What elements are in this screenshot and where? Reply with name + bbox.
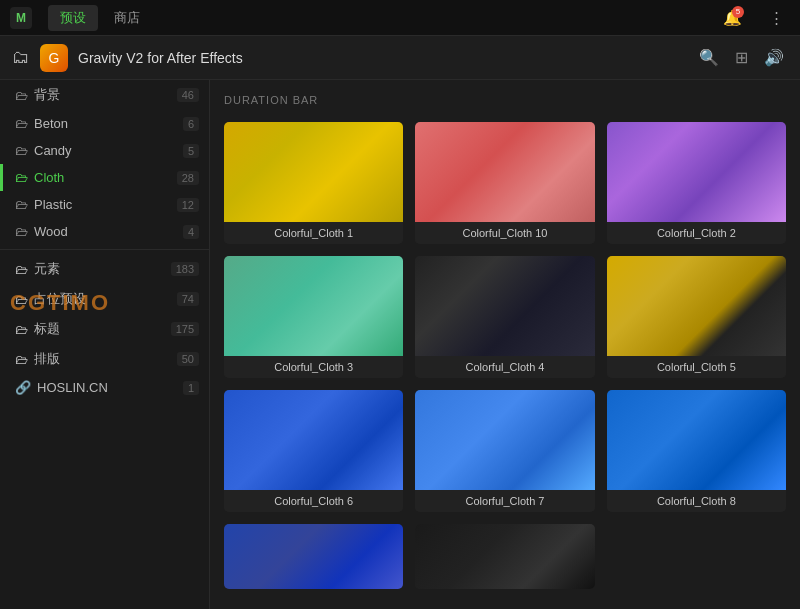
sidebar-item-label: 元素 xyxy=(34,260,165,278)
thumbnail-cloth11 xyxy=(415,524,594,589)
app-logo: M xyxy=(10,7,32,29)
sidebar-item-count: 4 xyxy=(183,225,199,239)
grid-view-icon[interactable]: ⊞ xyxy=(731,44,752,71)
grid-item-label: Colorful_Cloth 6 xyxy=(224,490,403,512)
sidebar-item-plastic[interactable]: 🗁 Plastic 12 xyxy=(0,191,209,218)
sidebar-item-label: Beton xyxy=(34,116,177,131)
grid-item-cloth9[interactable] xyxy=(224,524,403,589)
thumbnail-cloth10 xyxy=(415,122,594,222)
sidebar-item-count: 12 xyxy=(177,198,199,212)
nav-tab-presets[interactable]: 预设 xyxy=(48,5,98,31)
nav-tabs: 预设 商店 xyxy=(48,5,152,31)
folder-icon: 🗁 xyxy=(15,322,28,337)
sidebar-item-label: HOSLIN.CN xyxy=(37,380,177,395)
grid-item-cloth6[interactable]: Colorful_Cloth 6 xyxy=(224,390,403,512)
thumbnail-cloth7 xyxy=(415,390,594,490)
grid-item-label: Colorful_Cloth 7 xyxy=(415,490,594,512)
sidebar-item-label: Plastic xyxy=(34,197,171,212)
folder-icon: 🗁 xyxy=(15,88,28,103)
thumbnail-cloth6 xyxy=(224,390,403,490)
back-folder-icon[interactable]: 🗂 xyxy=(12,47,30,68)
grid-item-cloth2[interactable]: Colorful_Cloth 2 xyxy=(607,122,786,244)
content-grid: Colorful_Cloth 1Colorful_Cloth 10Colorfu… xyxy=(224,122,786,589)
grid-item-label: Colorful_Cloth 4 xyxy=(415,356,594,378)
plugin-header: 🗂 G Gravity V2 for After Effects 🔍 ⊞ 🔊 xyxy=(0,36,800,80)
grid-item-cloth8[interactable]: Colorful_Cloth 8 xyxy=(607,390,786,512)
thumbnail-cloth9 xyxy=(224,524,403,589)
sidebar-item-label: 标题 xyxy=(34,320,165,338)
sidebar-item-label: Cloth xyxy=(34,170,171,185)
sidebar-item-label: Candy xyxy=(34,143,177,158)
sidebar-item-标题[interactable]: 🗁 标题 175 xyxy=(0,314,209,344)
sidebar-item-count: 50 xyxy=(177,352,199,366)
sidebar-item-count: 46 xyxy=(177,88,199,102)
thumbnail-cloth4 xyxy=(415,256,594,356)
sidebar-item-占位预设[interactable]: 🗁 占位预设 74 xyxy=(0,284,209,314)
sidebar-item-label: 占位预设 xyxy=(34,290,171,308)
sidebar-item-排版[interactable]: 🗁 排版 50 xyxy=(0,344,209,374)
grid-item-label: Colorful_Cloth 2 xyxy=(607,222,786,244)
thumbnail-cloth3 xyxy=(224,256,403,356)
grid-item-cloth4[interactable]: Colorful_Cloth 4 xyxy=(415,256,594,378)
folder-icon: 🗁 xyxy=(15,143,28,158)
grid-item-cloth10[interactable]: Colorful_Cloth 10 xyxy=(415,122,594,244)
sidebar-item-count: 6 xyxy=(183,117,199,131)
grid-item-label: Colorful_Cloth 3 xyxy=(224,356,403,378)
grid-item-label: Colorful_Cloth 8 xyxy=(607,490,786,512)
link-icon: 🔗 xyxy=(15,380,31,395)
folder-icon: 🗁 xyxy=(15,116,28,131)
plugin-name: Gravity V2 for After Effects xyxy=(78,50,685,66)
main-content: 🗁 背景 46 🗁 Beton 6 🗁 Candy 5 🗁 Cloth 28 🗁… xyxy=(0,80,800,609)
sidebar-item-label: Wood xyxy=(34,224,177,239)
sidebar-item-count: 1 xyxy=(183,381,199,395)
sidebar-item-beton[interactable]: 🗁 Beton 6 xyxy=(0,110,209,137)
folder-icon: 🗁 xyxy=(15,262,28,277)
sidebar-item-HOSLIN.CN[interactable]: 🔗 HOSLIN.CN 1 xyxy=(0,374,209,401)
grid-item-cloth3[interactable]: Colorful_Cloth 3 xyxy=(224,256,403,378)
folder-icon: 🗁 xyxy=(15,170,28,185)
sidebar-item-count: 183 xyxy=(171,262,199,276)
top-nav: M 预设 商店 🔔 5 ⋮ xyxy=(0,0,800,36)
nav-tab-store[interactable]: 商店 xyxy=(102,5,152,31)
folder-icon: 🗁 xyxy=(15,224,28,239)
search-icon[interactable]: 🔍 xyxy=(695,44,723,71)
content-area: DURATION BAR Colorful_Cloth 1Colorful_Cl… xyxy=(210,80,800,609)
more-menu-button[interactable]: ⋮ xyxy=(762,4,790,32)
duration-bar: DURATION BAR xyxy=(224,90,786,110)
plugin-icon: G xyxy=(40,44,68,72)
thumbnail-cloth8 xyxy=(607,390,786,490)
action-icons: 🔍 ⊞ 🔊 xyxy=(695,44,788,71)
sidebar-item-label: 背景 xyxy=(34,86,171,104)
notification-button[interactable]: 🔔 5 xyxy=(718,4,746,32)
grid-item-cloth7[interactable]: Colorful_Cloth 7 xyxy=(415,390,594,512)
sidebar-item-label: 排版 xyxy=(34,350,171,368)
grid-item-cloth5[interactable]: Colorful_Cloth 5 xyxy=(607,256,786,378)
grid-item-label: Colorful_Cloth 1 xyxy=(224,222,403,244)
sidebar-item-candy[interactable]: 🗁 Candy 5 xyxy=(0,137,209,164)
sidebar-item-count: 175 xyxy=(171,322,199,336)
sidebar-item-count: 28 xyxy=(177,171,199,185)
folder-icon: 🗁 xyxy=(15,352,28,367)
folder-icon: 🗁 xyxy=(15,197,28,212)
thumbnail-cloth5 xyxy=(607,256,786,356)
grid-item-cloth11[interactable] xyxy=(415,524,594,589)
sidebar: 🗁 背景 46 🗁 Beton 6 🗁 Candy 5 🗁 Cloth 28 🗁… xyxy=(0,80,210,609)
speaker-icon[interactable]: 🔊 xyxy=(760,44,788,71)
sidebar-item-元素[interactable]: 🗁 元素 183 xyxy=(0,254,209,284)
sidebar-item-count: 74 xyxy=(177,292,199,306)
grid-item-label: Colorful_Cloth 10 xyxy=(415,222,594,244)
sidebar-item-wood[interactable]: 🗁 Wood 4 xyxy=(0,218,209,245)
sidebar-item-cloth[interactable]: 🗁 Cloth 28 xyxy=(0,164,209,191)
grid-item-cloth1[interactable]: Colorful_Cloth 1 xyxy=(224,122,403,244)
thumbnail-cloth2 xyxy=(607,122,786,222)
notification-badge: 5 xyxy=(732,6,744,18)
sidebar-divider xyxy=(0,249,209,250)
sidebar-item-count: 5 xyxy=(183,144,199,158)
folder-icon: 🗁 xyxy=(15,292,28,307)
grid-item-label: Colorful_Cloth 5 xyxy=(607,356,786,378)
thumbnail-cloth1 xyxy=(224,122,403,222)
sidebar-item-背景[interactable]: 🗁 背景 46 xyxy=(0,80,209,110)
